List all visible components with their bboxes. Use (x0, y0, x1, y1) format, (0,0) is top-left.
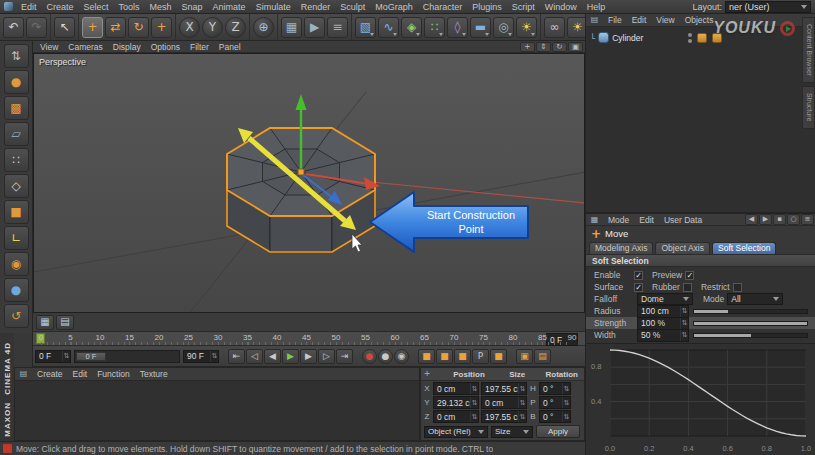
edges-mode-button[interactable]: ◇ (4, 174, 29, 198)
falloff-graph[interactable]: 0.00.20.40.60.81.00.80.4 (586, 343, 815, 455)
visibility-toggles[interactable] (688, 33, 692, 43)
phong-tag-icon[interactable] (697, 33, 707, 43)
cube-primitive-button[interactable]: ▧ (355, 17, 376, 38)
menu-script[interactable]: Script (507, 0, 540, 13)
model-mode-button[interactable]: ● (4, 70, 29, 94)
y-axis-lock-button[interactable]: Y (202, 17, 223, 38)
rotate-tool-button[interactable]: ↻ (128, 17, 149, 38)
menu-snap[interactable]: Snap (177, 0, 208, 13)
stepper-icon[interactable] (62, 351, 70, 362)
prev-key-button[interactable]: ◁ (246, 349, 263, 364)
snap-settings-button[interactable]: ↺ (4, 304, 29, 328)
viewport-menu-cameras[interactable]: Cameras (63, 41, 107, 52)
panel-menu-button[interactable]: ≡ (801, 214, 814, 225)
size-y-field[interactable]: 0 cm (481, 396, 527, 409)
perspective-viewport[interactable]: Perspective (33, 53, 585, 313)
play-button[interactable]: ▶ (282, 349, 299, 364)
goto-start-button[interactable]: ⇤ (228, 349, 245, 364)
goto-end-button[interactable]: ⇥ (336, 349, 353, 364)
preview-checkbox[interactable] (685, 271, 694, 280)
tab-soft-selection[interactable]: Soft Selection (712, 242, 776, 254)
redo-button[interactable]: ↷ (26, 17, 47, 38)
prev-frame-button[interactable]: ◀ (264, 349, 281, 364)
next-key-button[interactable]: ▷ (318, 349, 335, 364)
zoom-view-button[interactable]: ⇕ (536, 42, 551, 52)
object-row-cylinder[interactable]: └ Cylinder (586, 31, 815, 44)
coordinate-mode-dropdown[interactable]: Object (Rel) (424, 426, 488, 438)
key-point-level-button[interactable]: ■ (490, 349, 507, 364)
menu-sculpt[interactable]: Sculpt (335, 0, 370, 13)
menu-mesh[interactable]: Mesh (145, 0, 177, 13)
key-rotation-button[interactable]: ■ (454, 349, 471, 364)
next-frame-button[interactable]: ▶ (300, 349, 317, 364)
undo-button[interactable]: ↶ (3, 17, 24, 38)
x-axis-lock-button[interactable]: X (179, 17, 200, 38)
toggle-view-button[interactable]: ▣ (568, 42, 583, 52)
range-handle[interactable]: 0 F (76, 352, 106, 361)
stepper-icon[interactable] (470, 383, 478, 394)
rotation-b-field[interactable]: 0 ° (539, 410, 571, 423)
workplane-mode-button[interactable]: ▱ (4, 122, 29, 146)
texture-tag-icon[interactable] (712, 33, 722, 43)
viewport-canvas[interactable]: Start Construction Point (34, 54, 585, 313)
stepper-icon[interactable] (470, 411, 478, 422)
materials-menu-edit[interactable]: Edit (68, 368, 93, 380)
stepper-icon[interactable] (518, 383, 526, 394)
range-end-field[interactable]: 90 F (183, 350, 219, 363)
render-visibility-dot-icon[interactable] (688, 39, 692, 43)
stepper-icon[interactable] (562, 383, 570, 394)
viewport-menu-options[interactable]: Options (146, 41, 185, 52)
attributes-menu-edit[interactable]: Edit (634, 214, 659, 225)
stepper-icon[interactable] (562, 411, 570, 422)
menu-simulate[interactable]: Simulate (251, 0, 296, 13)
texture-mode-button[interactable]: ▩ (4, 96, 29, 120)
grid-array-button[interactable]: ▦ (36, 315, 54, 330)
strength-slider[interactable] (693, 321, 808, 326)
falloff-graph-canvas[interactable] (586, 346, 815, 442)
pan-view-button[interactable]: + (520, 42, 535, 52)
materials-menu-create[interactable]: Create (32, 368, 68, 380)
array-button[interactable]: ∷ (424, 17, 445, 38)
axis-mode-button[interactable]: ∟ (4, 226, 29, 250)
material-list-empty[interactable] (15, 381, 419, 440)
surface-checkbox[interactable] (634, 283, 643, 292)
menu-plugins[interactable]: Plugins (467, 0, 507, 13)
object-manager-menu-view[interactable]: View (651, 14, 679, 26)
size-z-field[interactable]: 197.55 cm (481, 410, 527, 423)
subdivision-surface-button[interactable]: ◈ (401, 17, 422, 38)
deformer-button[interactable]: ◊ (447, 17, 468, 38)
object-manager-menu-objects[interactable]: Objects (680, 14, 719, 26)
stepper-icon[interactable] (518, 397, 526, 408)
stepper-icon[interactable] (680, 306, 688, 317)
make-editable-button[interactable]: ⇅ (4, 44, 29, 68)
scale-tool-button[interactable]: ⇄ (105, 17, 126, 38)
width-field[interactable]: 50 % (637, 329, 689, 342)
tab-modeling-axis[interactable]: Modeling Axis (589, 242, 653, 254)
search-button[interactable]: ○ (787, 214, 800, 225)
viewport-solo-button[interactable]: ● (4, 278, 29, 302)
render-picture-viewer-button[interactable]: ▶ (304, 17, 325, 38)
timeline-ruler[interactable]: 0 F 051015202530354045505560657075808590 (33, 332, 585, 346)
attributes-menu-mode[interactable]: Mode (603, 214, 634, 225)
menu-select[interactable]: Select (79, 0, 114, 13)
key-scale-button[interactable]: ■ (436, 349, 453, 364)
side-tab-content-browser[interactable]: Content Browser (802, 17, 815, 83)
key-position-button[interactable]: ■ (418, 349, 435, 364)
viewport-menu-display[interactable]: Display (108, 41, 146, 52)
falloff-dropdown[interactable]: Dome (637, 293, 693, 305)
stepper-icon[interactable] (562, 397, 570, 408)
record-keyframe-button[interactable]: ● (362, 349, 377, 364)
minimize-timeline-button[interactable]: ▣ (516, 349, 533, 364)
menu-character[interactable]: Character (418, 0, 468, 13)
viewport-menu-view[interactable]: View (35, 41, 63, 52)
spline-pen-button[interactable]: ∿ (378, 17, 399, 38)
live-selection-button[interactable]: ↖ (54, 17, 75, 38)
history-back-button[interactable]: ◀ (745, 214, 758, 225)
light-button[interactable]: ☀ (516, 17, 537, 38)
section-header[interactable]: Soft Selection (586, 255, 815, 267)
menu-edit[interactable]: Edit (16, 0, 42, 13)
width-slider[interactable] (693, 333, 808, 338)
rotate-view-button[interactable]: ↻ (552, 42, 567, 52)
move-tool-button[interactable]: + (82, 17, 103, 38)
z-axis-lock-button[interactable]: Z (225, 17, 246, 38)
